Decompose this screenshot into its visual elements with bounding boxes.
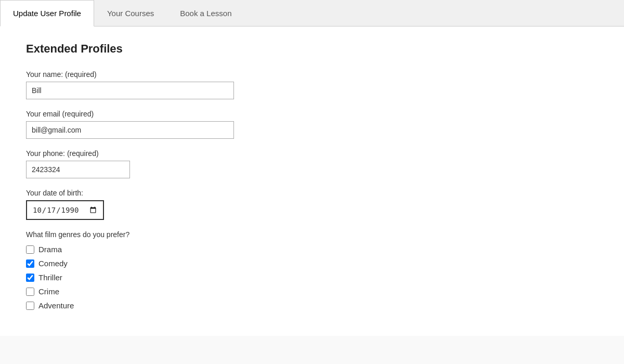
genre-drama-checkbox[interactable] <box>26 245 34 254</box>
genre-crime-checkbox[interactable] <box>26 288 34 296</box>
genre-comedy-checkbox[interactable] <box>26 259 34 268</box>
tab-book-a-lesson[interactable]: Book a Lesson <box>167 0 244 26</box>
phone-label: Your phone: (required) <box>26 149 598 158</box>
name-input[interactable] <box>26 82 234 99</box>
genre-drama-label[interactable]: Drama <box>38 245 62 254</box>
genre-crime-item: Crime <box>26 287 598 296</box>
dob-group: Your date of birth: <box>26 189 598 220</box>
genre-comedy-label[interactable]: Comedy <box>38 259 68 268</box>
name-label: Your name: (required) <box>26 70 598 79</box>
email-label: Your email (required) <box>26 110 598 118</box>
genre-thriller-label[interactable]: Thriller <box>38 273 62 282</box>
genre-adventure-checkbox[interactable] <box>26 302 34 310</box>
main-content: Extended Profiles Your name: (required) … <box>0 27 624 336</box>
phone-group: Your phone: (required) <box>26 149 598 178</box>
genre-thriller-checkbox[interactable] <box>26 274 34 282</box>
name-group: Your name: (required) <box>26 70 598 99</box>
dob-input[interactable] <box>26 200 104 220</box>
tab-your-courses[interactable]: Your Courses <box>94 0 167 26</box>
genre-thriller-item: Thriller <box>26 273 598 282</box>
genre-crime-label[interactable]: Crime <box>38 287 59 296</box>
genres-group: What film genres do you prefer? Drama Co… <box>26 230 598 310</box>
genre-adventure-label[interactable]: Adventure <box>38 301 74 310</box>
tab-update-user-profile[interactable]: Update User Profile <box>0 0 94 27</box>
phone-input[interactable] <box>26 161 130 178</box>
page-title: Extended Profiles <box>26 42 598 56</box>
email-input[interactable] <box>26 121 234 139</box>
genres-label: What film genres do you prefer? <box>26 230 598 239</box>
genre-adventure-item: Adventure <box>26 301 598 310</box>
dob-label: Your date of birth: <box>26 189 598 197</box>
tab-bar: Update User Profile Your Courses Book a … <box>0 0 624 27</box>
email-group: Your email (required) <box>26 110 598 139</box>
genre-drama-item: Drama <box>26 245 598 254</box>
genre-comedy-item: Comedy <box>26 259 598 268</box>
